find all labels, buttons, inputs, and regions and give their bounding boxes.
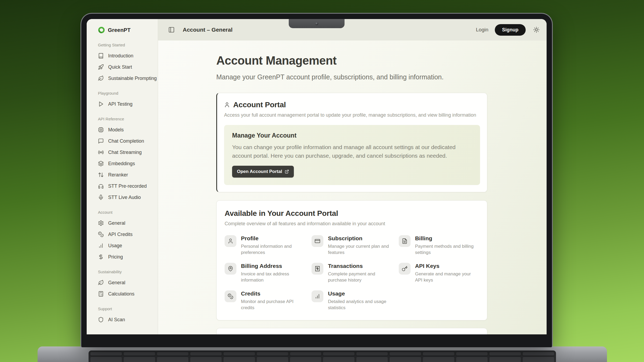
feature-icon-box bbox=[399, 263, 411, 275]
map-pin-icon bbox=[228, 266, 233, 272]
shield-icon bbox=[98, 317, 104, 323]
feature-item: Usage Detailed analytics and usage stati… bbox=[312, 290, 392, 311]
feature-desc: Payment methods and billing settings bbox=[415, 243, 479, 256]
user-icon bbox=[224, 102, 230, 108]
feature-title: Transactions bbox=[328, 263, 392, 269]
keyboard-row bbox=[90, 357, 554, 362]
sidebar-item-label: Chat Completion bbox=[108, 138, 144, 144]
sidebar-item[interactable]: Introduction bbox=[98, 50, 154, 61]
sun-icon[interactable] bbox=[533, 27, 540, 33]
feature-item: Subscription Manage your current plan an… bbox=[312, 235, 392, 256]
coins-icon bbox=[228, 293, 233, 299]
open-account-portal-label: Open Account Portal bbox=[237, 169, 282, 174]
feature-icon-box bbox=[225, 290, 236, 302]
layers-icon bbox=[98, 161, 104, 167]
dollar-icon bbox=[98, 254, 104, 260]
feature-title: Billing bbox=[415, 235, 479, 242]
feature-title: API Keys bbox=[415, 263, 479, 269]
laptop-keyboard bbox=[89, 350, 556, 362]
sidebar-item[interactable]: STT Live Audio bbox=[98, 192, 154, 203]
card-subtitle: Access your full account management port… bbox=[224, 112, 480, 118]
brand-name: GreenPT bbox=[108, 27, 131, 33]
page-subtitle: Manage your GreenPT account profile, sub… bbox=[216, 73, 487, 81]
open-account-portal-button[interactable]: Open Account Portal bbox=[232, 166, 294, 178]
panel-left-icon[interactable] bbox=[168, 27, 175, 33]
feature-text: API Keys Generate and manage your API ke… bbox=[415, 263, 479, 283]
sidebar-section: Sustainability General Calculations bbox=[98, 269, 154, 300]
sidebar-section-label: API Reference bbox=[98, 117, 154, 121]
keyboard-key bbox=[390, 357, 421, 362]
keyboard-key bbox=[456, 352, 488, 356]
sidebar-item-label: Pricing bbox=[108, 254, 123, 260]
sidebar-item[interactable]: General bbox=[98, 277, 154, 288]
sidebar-item[interactable]: Embeddings bbox=[98, 158, 154, 169]
browser-viewport: GreenPT Getting Started Introduction bbox=[87, 19, 547, 334]
subscription-card: Subscription Management bbox=[216, 328, 487, 334]
feature-item: Credits Monitor and purchase API credits bbox=[225, 290, 305, 311]
feature-item: Transactions Complete payment and purcha… bbox=[312, 263, 392, 283]
sidebar-item[interactable]: STT Pre-recorded bbox=[98, 180, 154, 192]
message-icon bbox=[98, 138, 104, 144]
feature-desc: Monitor and purchase API credits bbox=[241, 299, 305, 311]
sidebar-item[interactable]: General bbox=[98, 217, 154, 229]
feature-desc: Personal information and preferences bbox=[241, 243, 305, 256]
feature-desc: Complete payment and purchase history bbox=[328, 271, 392, 283]
sidebar-item-label: AI Scan bbox=[108, 317, 125, 323]
play-icon bbox=[98, 101, 104, 107]
sidebar-item[interactable]: Chat Completion bbox=[98, 135, 154, 147]
feature-item: Billing Address Invoice and tax address … bbox=[225, 263, 305, 283]
sidebar-item-label: Embeddings bbox=[108, 161, 135, 167]
sidebar-item[interactable]: Pricing bbox=[98, 251, 154, 263]
signup-button[interactable]: Signup bbox=[495, 24, 526, 36]
sidebar-item[interactable]: Chat Streaming bbox=[98, 147, 154, 158]
feature-text: Subscription Manage your current plan an… bbox=[328, 235, 392, 256]
login-button[interactable]: Login bbox=[476, 27, 489, 33]
keyboard-key bbox=[456, 357, 488, 362]
coins-icon bbox=[98, 231, 104, 237]
keyboard-key bbox=[90, 352, 122, 356]
keyboard-key bbox=[356, 357, 388, 362]
keyboard-key bbox=[489, 352, 521, 356]
sidebar-item[interactable]: Models bbox=[98, 124, 154, 135]
feature-desc: Manage your current plan and features bbox=[328, 243, 392, 256]
leaf-icon bbox=[98, 280, 104, 286]
keyboard-key bbox=[390, 352, 421, 356]
keyboard-key bbox=[224, 357, 255, 362]
feature-text: Profile Personal information and prefere… bbox=[241, 235, 305, 256]
sidebar-nav: Getting Started Introduction Quick Start bbox=[98, 43, 154, 325]
sidebar-item[interactable]: AI Scan bbox=[98, 314, 154, 325]
features-grid: Profile Personal information and prefere… bbox=[225, 235, 479, 311]
sidebar-section: API Reference Models Chat Completion bbox=[98, 117, 154, 203]
sidebar-item[interactable]: Calculations bbox=[98, 288, 154, 300]
bar-chart-icon bbox=[314, 293, 320, 299]
greenpt-logo-icon bbox=[98, 27, 105, 34]
feature-icon-box bbox=[312, 263, 323, 275]
book-icon bbox=[98, 53, 104, 59]
feature-icon-box bbox=[225, 235, 236, 247]
feature-icon-box bbox=[312, 235, 323, 247]
main-area: Account – General Login Signup Account M… bbox=[158, 19, 547, 334]
sidebar-item[interactable]: API Credits bbox=[98, 229, 154, 240]
feature-text: Transactions Complete payment and purcha… bbox=[328, 263, 392, 283]
keyboard-key bbox=[423, 357, 454, 362]
keyboard-key bbox=[523, 357, 554, 362]
keyboard-key bbox=[90, 357, 122, 362]
sidebar-item[interactable]: Reranker bbox=[98, 169, 154, 180]
feature-text: Usage Detailed analytics and usage stati… bbox=[328, 290, 392, 311]
feature-icon-box bbox=[225, 263, 236, 275]
sidebar-item[interactable]: Quick Start bbox=[98, 61, 154, 73]
sidebar-section: Getting Started Introduction Quick Start bbox=[98, 43, 154, 84]
key-icon bbox=[402, 266, 408, 272]
user-icon bbox=[228, 238, 233, 244]
sidebar-item-label: API Testing bbox=[108, 101, 133, 107]
panel-title: Manage Your Account bbox=[232, 132, 472, 139]
chip-icon bbox=[98, 127, 104, 133]
sidebar-item[interactable]: Usage bbox=[98, 240, 154, 251]
keyboard-key bbox=[356, 352, 388, 356]
sidebar-item[interactable]: Sustainable Prompting bbox=[98, 73, 154, 84]
brand-logo[interactable]: GreenPT bbox=[98, 27, 154, 34]
keyboard-key bbox=[190, 352, 222, 356]
keyboard-row bbox=[90, 352, 554, 356]
sidebar-item[interactable]: API Testing bbox=[98, 98, 154, 110]
keyboard-key bbox=[224, 352, 255, 356]
